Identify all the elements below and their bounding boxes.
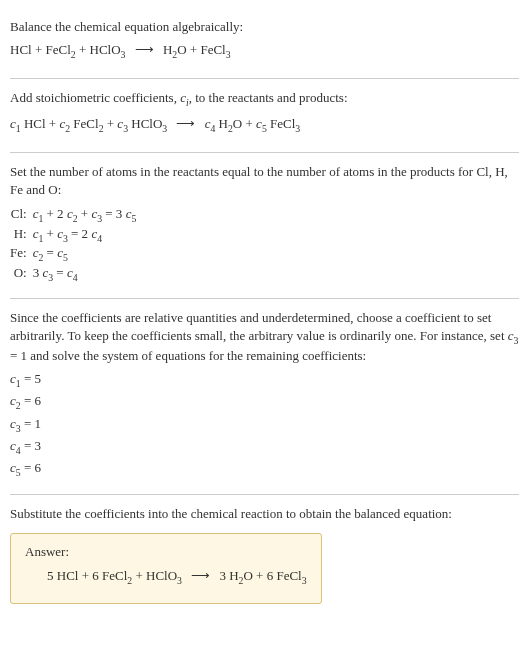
eq-text: HCl + FeCl: [10, 42, 71, 57]
eq-sub: 3: [162, 122, 167, 133]
coef-row: c2 = 6: [10, 391, 519, 413]
table-row: Cl: c1 + 2 c2 + c3 = 3 c5: [10, 205, 142, 225]
value: = 6: [21, 460, 41, 475]
equation-cell: c2 = c5: [33, 244, 143, 264]
text: +: [104, 116, 118, 131]
coef-sub: 3: [514, 334, 519, 345]
value: = 5: [21, 371, 41, 386]
instruction-text: Set the number of atoms in the reactants…: [10, 163, 519, 199]
text: = 1 and solve the system of equations fo…: [10, 348, 366, 363]
coefficient-equation: c1 HCl + c2 FeCl2 + c3 HClO3 ⟶ c4 H2O + …: [10, 114, 519, 136]
section-solve: Since the coefficients are relative quan…: [10, 299, 519, 496]
text: HClO: [128, 116, 162, 131]
section-problem: Balance the chemical equation algebraica…: [10, 8, 519, 79]
arrow-icon: ⟶: [185, 568, 216, 583]
eq-sub: 3: [121, 49, 126, 60]
coef-row: c4 = 3: [10, 436, 519, 458]
eq-text: O + FeCl: [177, 42, 226, 57]
text: Add stoichiometric coefficients,: [10, 90, 180, 105]
eq-text: O + 6 FeCl: [243, 568, 301, 583]
eq-sub: 3: [295, 122, 300, 133]
coef-row: c3 = 1: [10, 414, 519, 436]
text: +: [43, 226, 57, 241]
coef-row: c1 = 5: [10, 369, 519, 391]
coef-sub: 4: [97, 232, 102, 243]
instruction-text: Add stoichiometric coefficients, ci, to …: [10, 89, 519, 109]
atom-balance-table: Cl: c1 + 2 c2 + c3 = 3 c5 H: c1 + c3 = 2…: [10, 205, 142, 283]
text: , to the reactants and products:: [189, 90, 348, 105]
value: = 6: [21, 393, 41, 408]
element-label: H:: [10, 225, 33, 245]
text: FeCl: [70, 116, 99, 131]
text: O +: [233, 116, 256, 131]
coef-sub: 5: [131, 213, 136, 224]
text: + 2: [43, 206, 67, 221]
text: Since the coefficients are relative quan…: [10, 310, 508, 343]
instruction-text: Substitute the coefficients into the che…: [10, 505, 519, 523]
element-label: Fe:: [10, 244, 33, 264]
equation-cell: c1 + 2 c2 + c3 = 3 c5: [33, 205, 143, 225]
element-label: O:: [10, 264, 33, 284]
text: +: [78, 206, 92, 221]
table-row: O: 3 c3 = c4: [10, 264, 142, 284]
document-body: Balance the chemical equation algebraica…: [0, 0, 529, 626]
text: 3: [33, 265, 43, 280]
coef-sub: 4: [73, 272, 78, 283]
text: HCl +: [21, 116, 60, 131]
coefficient-values: c1 = 5 c2 = 6 c3 = 1 c4 = 3 c5 = 6: [10, 369, 519, 480]
section-answer: Substitute the coefficients into the che…: [10, 495, 519, 617]
equation-cell: c1 + c3 = 2 c4: [33, 225, 143, 245]
section-add-coefficients: Add stoichiometric coefficients, ci, to …: [10, 79, 519, 152]
answer-label: Answer:: [25, 544, 307, 560]
unbalanced-equation: HCl + FeCl2 + HClO3 ⟶ H2O + FeCl3: [10, 40, 519, 62]
value: = 1: [21, 416, 41, 431]
problem-title: Balance the chemical equation algebraica…: [10, 18, 519, 36]
text: =: [43, 245, 57, 260]
eq-sub: 3: [177, 575, 182, 586]
text: = 2: [68, 226, 92, 241]
element-label: Cl:: [10, 205, 33, 225]
instruction-text: Since the coefficients are relative quan…: [10, 309, 519, 366]
table-row: H: c1 + c3 = 2 c4: [10, 225, 142, 245]
arrow-icon: ⟶: [129, 42, 160, 57]
answer-box: Answer: 5 HCl + 6 FeCl2 + HClO3 ⟶ 3 H2O …: [10, 533, 322, 603]
text: =: [53, 265, 67, 280]
eq-text: + HClO: [76, 42, 121, 57]
eq-text: + HClO: [132, 568, 177, 583]
eq-sub: 3: [302, 575, 307, 586]
equation-cell: 3 c3 = c4: [33, 264, 143, 284]
eq-text: 5 HCl + 6 FeCl: [47, 568, 127, 583]
arrow-icon: ⟶: [170, 116, 201, 131]
eq-sub: 3: [226, 49, 231, 60]
coef-sub: 5: [63, 252, 68, 263]
coef-row: c5 = 6: [10, 458, 519, 480]
value: = 3: [21, 438, 41, 453]
table-row: Fe: c2 = c5: [10, 244, 142, 264]
balanced-equation: 5 HCl + 6 FeCl2 + HClO3 ⟶ 3 H2O + 6 FeCl…: [25, 566, 307, 588]
eq-text: H: [163, 42, 172, 57]
eq-text: 3 H: [219, 568, 238, 583]
text: FeCl: [267, 116, 296, 131]
text: = 3: [102, 206, 126, 221]
text: H: [215, 116, 228, 131]
section-atom-equations: Set the number of atoms in the reactants…: [10, 153, 519, 299]
